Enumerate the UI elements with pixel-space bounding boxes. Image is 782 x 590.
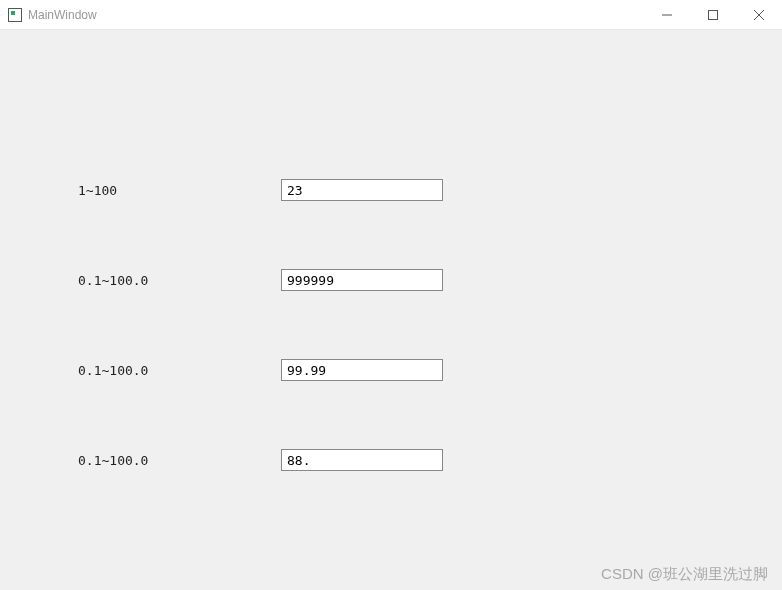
app-icon [8,8,22,22]
minimize-button[interactable] [644,0,690,30]
titlebar: MainWindow [0,0,782,30]
range-label: 1~100 [78,183,117,198]
maximize-button[interactable] [690,0,736,30]
watermark: CSDN @班公湖里洗过脚 [601,565,768,584]
value-input-3[interactable] [281,359,443,381]
maximize-icon [708,10,718,20]
value-input-4[interactable] [281,449,443,471]
window-title: MainWindow [28,8,97,22]
close-button[interactable] [736,0,782,30]
client-area: 1~100 0.1~100.0 0.1~100.0 0.1~100.0 CSDN… [0,30,782,590]
close-icon [754,10,764,20]
minimize-icon [662,10,672,20]
value-input-1[interactable] [281,179,443,201]
value-input-2[interactable] [281,269,443,291]
range-label: 0.1~100.0 [78,273,148,288]
range-label: 0.1~100.0 [78,453,148,468]
range-label: 0.1~100.0 [78,363,148,378]
svg-rect-1 [709,10,718,19]
